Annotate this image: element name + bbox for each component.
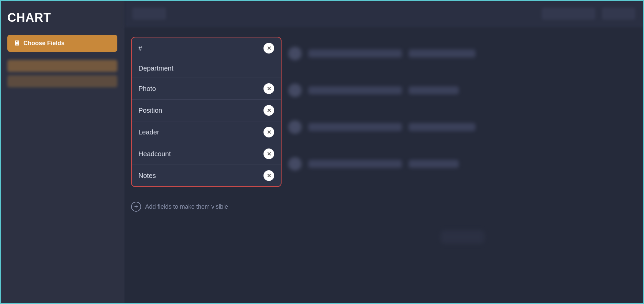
main-content: # ✕ Department Photo ✕ Position — [124, 1, 643, 303]
choose-fields-button[interactable]: 🖥 Choose Fields — [7, 35, 117, 52]
field-row-notes: Notes ✕ — [132, 165, 281, 186]
field-label-position: Position — [138, 107, 162, 114]
field-row-photo: Photo ✕ — [132, 78, 281, 100]
sidebar-blurred-item-2 — [7, 75, 117, 87]
bg-text-5 — [308, 123, 402, 131]
bg-text-1 — [308, 49, 402, 58]
close-icon: ✕ — [267, 45, 271, 52]
bg-row-2 — [288, 84, 637, 97]
bottom-area — [288, 194, 637, 300]
bg-avatar-1 — [288, 47, 302, 60]
bg-row-3 — [288, 120, 637, 134]
close-icon: ✕ — [267, 86, 271, 92]
remove-photo-button[interactable]: ✕ — [263, 83, 274, 94]
add-icon: + — [131, 202, 141, 212]
field-row-position: Position ✕ — [132, 100, 281, 121]
content-area: # ✕ Department Photo ✕ Position — [124, 27, 643, 303]
close-icon: ✕ — [267, 173, 271, 179]
field-row-leader: Leader ✕ — [132, 121, 281, 143]
bg-text-2 — [409, 49, 475, 58]
field-row-department: Department — [132, 59, 281, 78]
bg-text-3 — [308, 86, 402, 94]
bg-avatar-3 — [288, 120, 302, 134]
bg-blurred-content — [282, 33, 643, 303]
remove-headcount-button[interactable]: ✕ — [263, 148, 274, 159]
field-label-headcount: Headcount — [138, 150, 171, 158]
bg-row-1 — [288, 47, 637, 60]
choose-fields-label: Choose Fields — [23, 40, 65, 47]
top-bar-btn-1 — [132, 8, 166, 20]
bg-bottom-btn — [441, 230, 484, 244]
sidebar: CHART 🖥 Choose Fields — [1, 1, 124, 303]
bg-row-4 — [288, 157, 637, 171]
remove-position-button[interactable]: ✕ — [263, 105, 274, 116]
field-label-hash: # — [138, 44, 142, 52]
bg-avatar-4 — [288, 157, 302, 171]
field-label-photo: Photo — [138, 85, 156, 93]
app-title: CHART — [7, 11, 117, 25]
field-row-hash: # ✕ — [132, 37, 281, 59]
fields-panel: # ✕ Department Photo ✕ Position — [131, 37, 282, 187]
field-row-headcount: Headcount ✕ — [132, 143, 281, 165]
remove-leader-button[interactable]: ✕ — [263, 127, 274, 137]
field-label-department: Department — [138, 65, 174, 72]
field-label-leader: Leader — [138, 128, 159, 136]
field-label-notes: Notes — [138, 172, 156, 180]
top-bar — [124, 1, 643, 27]
top-bar-btn-3 — [602, 8, 635, 20]
bg-text-7 — [308, 160, 402, 168]
sidebar-blurred-item-1 — [7, 60, 117, 72]
add-fields-area[interactable]: + Add fields to make them visible — [124, 194, 282, 220]
close-icon: ✕ — [267, 129, 271, 135]
bg-text-8 — [409, 160, 459, 168]
close-icon: ✕ — [267, 107, 271, 114]
remove-notes-button[interactable]: ✕ — [263, 170, 274, 181]
bg-text-4 — [409, 86, 459, 94]
bg-text-6 — [409, 123, 475, 131]
top-bar-btn-2 — [542, 8, 595, 20]
remove-hash-button[interactable]: ✕ — [263, 43, 274, 54]
close-icon: ✕ — [267, 151, 271, 157]
add-fields-label: Add fields to make them visible — [145, 203, 228, 210]
monitor-icon: 🖥 — [13, 39, 20, 47]
bg-avatar-2 — [288, 84, 302, 97]
